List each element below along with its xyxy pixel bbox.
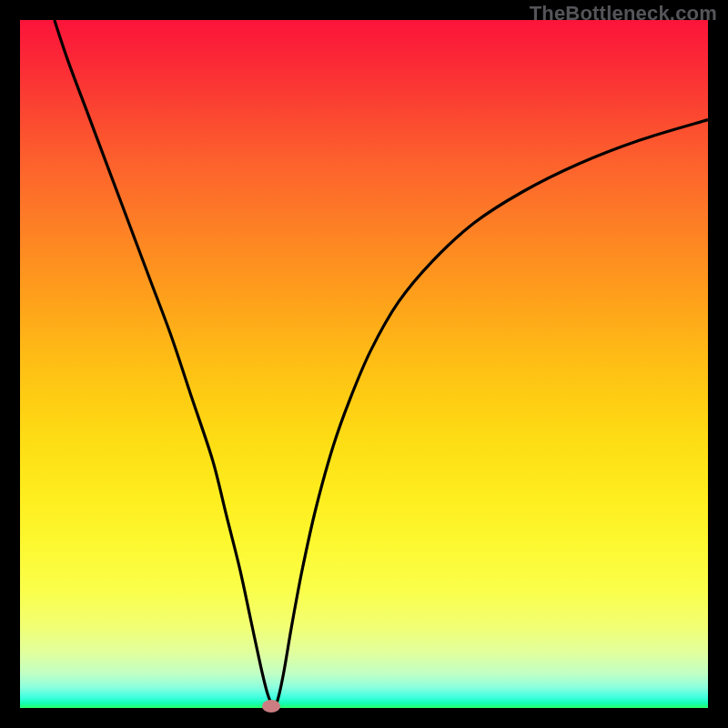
watermark-text: TheBottleneck.com [530, 2, 717, 25]
bottleneck-curve [55, 20, 708, 706]
chart-container: TheBottleneck.com [0, 0, 728, 728]
plot-frame [20, 20, 708, 708]
minimum-marker [262, 700, 280, 713]
curve-layer [20, 20, 708, 708]
